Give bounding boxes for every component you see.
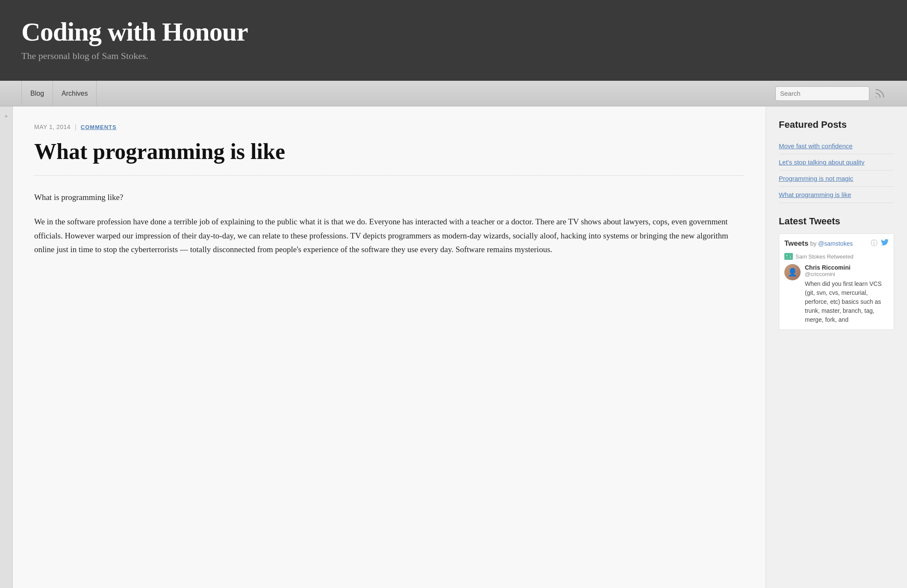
featured-post-link-2[interactable]: Programming is not magic [779, 171, 894, 187]
tweet-content: 👤 Chris Riccomini @criccomini When did y… [784, 264, 889, 324]
tweet-text: When did you first learn VCS (git, svn, … [805, 279, 889, 324]
tweet-avatar: 👤 [784, 264, 801, 280]
post-title: What programming is like [34, 139, 744, 165]
nav-archives[interactable]: Archives [53, 81, 97, 106]
twitter-bird-icon [881, 239, 889, 248]
featured-post-link-0[interactable]: Move fast with confidence [779, 138, 894, 154]
post-paragraph-2: We in the software profession have done … [34, 215, 744, 256]
post-meta: MAY 1, 2014 | COMMENTS [34, 123, 744, 130]
tweet-avatar-image: 👤 [784, 264, 801, 280]
site-header: Coding with Honour The personal blog of … [0, 0, 907, 81]
tweets-by-label: by [810, 240, 818, 247]
featured-posts-heading: Featured Posts [779, 119, 894, 130]
retweet-indicator: Sam Stokes Retweeted [784, 253, 854, 260]
post-date: MAY 1, 2014 [34, 123, 71, 130]
sidebar: Featured Posts Move fast with confidence… [766, 106, 907, 588]
tweet-user-name: Chris Riccomini [805, 264, 889, 271]
nav-right [775, 86, 886, 101]
site-title: Coding with Honour [21, 17, 886, 46]
nav-blog[interactable]: Blog [21, 81, 53, 106]
tweets-title: Tweets [784, 239, 808, 247]
svg-point-0 [876, 97, 877, 97]
tweets-widget: Tweets by @samstokes ⓘ [779, 233, 894, 330]
retweet-label: Sam Stokes Retweeted [795, 253, 854, 260]
featured-posts-list: Move fast with confidence Let's stop tal… [779, 138, 894, 203]
featured-post-link-3[interactable]: What programming is like [779, 187, 894, 203]
rss-icon[interactable] [874, 88, 886, 100]
featured-post-link-1[interactable]: Let's stop talking about quality [779, 154, 894, 171]
post-paragraph-1: What is programming like? [34, 191, 744, 204]
meta-separator: | [75, 123, 77, 130]
sidebar-toggle[interactable]: » [0, 106, 13, 588]
retweet-icon [784, 253, 793, 260]
post-divider [34, 175, 744, 176]
article-area: MAY 1, 2014 | COMMENTS What programming … [13, 106, 766, 588]
search-input[interactable] [775, 86, 869, 101]
main-content: » MAY 1, 2014 | COMMENTS What programmin… [0, 106, 907, 588]
comments-link[interactable]: COMMENTS [81, 124, 117, 130]
latest-tweets-heading: Latest Tweets [779, 216, 894, 227]
tweet-text-area: Chris Riccomini @criccomini When did you… [805, 264, 889, 324]
tweet-user-handle: @criccomini [805, 271, 889, 277]
tweets-title-area: Tweets by @samstokes [784, 239, 853, 248]
tweets-handle[interactable]: @samstokes [818, 240, 853, 247]
nav-bar: Blog Archives [0, 81, 907, 106]
info-icon: ⓘ [871, 239, 878, 248]
tweets-header: Tweets by @samstokes ⓘ [784, 239, 889, 248]
post-body: What is programming like? We in the soft… [34, 191, 744, 256]
nav-links: Blog Archives [21, 81, 97, 106]
site-subtitle: The personal blog of Sam Stokes. [21, 50, 886, 62]
tweets-by: by @samstokes [810, 240, 853, 247]
retweet-row: Sam Stokes Retweeted [784, 253, 889, 260]
